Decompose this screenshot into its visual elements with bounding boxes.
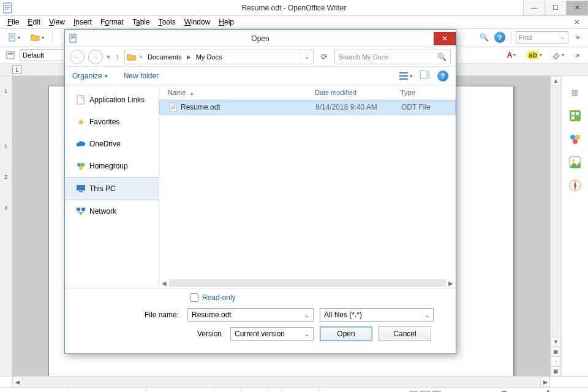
status-zoom-out[interactable]: ➖ — [446, 388, 464, 392]
nav-back-button[interactable]: ← — [70, 50, 85, 64]
filename-combo[interactable]: Resume.odt ⌄ — [187, 308, 314, 322]
scroll-down-button[interactable]: ▼ — [551, 337, 561, 347]
nav-next-button[interactable]: ▣ — [551, 366, 561, 376]
menu-insert[interactable]: Insert — [70, 17, 96, 27]
search-placeholder: Search My Docs — [339, 53, 388, 61]
nav-item-network[interactable]: Network — [65, 200, 159, 222]
nav-item-homegroup[interactable]: Homegroup — [65, 155, 159, 177]
sidebar-navigator-icon[interactable] — [567, 178, 583, 194]
status-language[interactable]: English (USA) — [147, 388, 214, 392]
open-doc-button[interactable] — [27, 31, 48, 44]
status-insert-mode[interactable]: INSRT — [214, 388, 242, 392]
nav-item-favorites[interactable]: ★ Favorites — [65, 111, 159, 133]
document-close-button[interactable]: × — [570, 17, 584, 27]
svg-point-9 — [573, 139, 578, 144]
window-minimize-button[interactable]: — — [523, 1, 545, 15]
refresh-button[interactable]: ⟳ — [317, 50, 331, 64]
svg-point-7 — [570, 135, 575, 140]
ruler-tab-indicator[interactable]: L — [12, 66, 22, 74]
open-button[interactable]: Open — [320, 326, 372, 341]
window-close-button[interactable]: ✕ — [566, 1, 588, 15]
column-type[interactable]: Type — [397, 89, 440, 96]
file-row[interactable]: Resume.odt 8/14/2018 9:40 AM ODT File — [159, 100, 456, 115]
horizontal-scrollbar[interactable]: ◀ ▶ — [12, 377, 550, 387]
find-combo[interactable]: Find ⌄ — [516, 31, 568, 43]
menu-window[interactable]: Window — [181, 17, 214, 27]
preview-pane-button[interactable] — [420, 70, 430, 81]
svg-point-8 — [575, 135, 580, 140]
toolbar-overflow-button[interactable]: » — [571, 31, 584, 44]
formatbar-overflow-button[interactable]: » — [571, 48, 584, 62]
menu-table[interactable]: Table — [129, 17, 154, 27]
search-input[interactable]: Search My Docs 🔍 — [334, 50, 451, 64]
window-maximize-button[interactable]: ☐ — [545, 1, 567, 15]
help-icon[interactable]: ? — [493, 31, 507, 44]
menu-format[interactable]: Format — [97, 17, 127, 27]
menu-view[interactable]: View — [45, 17, 69, 27]
sidebar-properties-icon[interactable] — [567, 108, 583, 124]
bgcolor-button[interactable] — [548, 48, 568, 62]
document-icon — [76, 95, 86, 105]
window-title: Resume.odt - OpenOffice Writer — [0, 4, 588, 12]
readonly-checkbox[interactable] — [190, 293, 198, 302]
breadcrumb-documents[interactable]: Documents — [144, 53, 186, 61]
highlight-button[interactable]: ab — [524, 48, 545, 62]
column-name[interactable]: Name▲ — [164, 89, 311, 96]
version-combo[interactable]: Current version ⌄ — [230, 327, 314, 341]
styles-button[interactable] — [4, 48, 17, 62]
new-folder-button[interactable]: New folder — [124, 72, 159, 80]
nav-forward-button[interactable]: → — [88, 50, 103, 64]
status-style[interactable]: Default — [67, 388, 147, 392]
svg-point-26 — [81, 163, 85, 167]
column-date[interactable]: Date modified — [311, 89, 397, 96]
file-list-hscroll[interactable]: ◀▶ — [159, 278, 456, 288]
breadcrumb-dropdown[interactable]: ⌄ — [300, 50, 313, 64]
nav-browse-button[interactable]: ◦ — [551, 356, 561, 366]
nav-prev-button[interactable]: ▣ — [551, 347, 561, 356]
status-zoom-in[interactable]: ➕ — [539, 388, 557, 392]
scroll-left-button[interactable]: ◀ — [12, 377, 22, 387]
status-page[interactable]: Page 1 / 1 — [0, 388, 67, 392]
status-view-layout[interactable] — [404, 388, 446, 392]
svg-rect-19 — [399, 72, 408, 74]
svg-rect-24 — [77, 96, 84, 104]
dialog-close-button[interactable]: ✕ — [434, 32, 456, 45]
vertical-scrollbar[interactable]: ▲ ▼ ▣ ◦ ▣ — [550, 76, 561, 376]
organize-button[interactable]: Organize — [72, 72, 108, 80]
menu-file[interactable]: File — [4, 17, 23, 27]
nav-item-onedrive[interactable]: OneDrive — [65, 133, 159, 155]
scroll-right-button[interactable]: ▶ — [540, 377, 550, 387]
menu-help[interactable]: Help — [215, 17, 238, 27]
network-icon — [76, 206, 86, 216]
dialog-titlebar: Open ✕ — [65, 30, 456, 47]
status-modified[interactable] — [266, 388, 282, 392]
breadcrumb-bar[interactable]: « Documents ▶ My Docs ⌄ — [124, 50, 314, 64]
dialog-help-button[interactable]: ? — [437, 70, 448, 81]
statusbar: Page 1 / 1 Default English (USA) INSRT S… — [0, 387, 588, 392]
readonly-label[interactable]: Read-only — [202, 293, 236, 302]
sidebar-styles-icon[interactable] — [567, 131, 583, 147]
menu-edit[interactable]: Edit — [24, 17, 44, 27]
status-signature[interactable] — [282, 388, 319, 392]
nav-up-button[interactable]: ↑ — [114, 52, 121, 62]
vertical-ruler[interactable]: 1 1 2 3 — [0, 76, 12, 376]
cancel-button[interactable]: Cancel — [379, 326, 431, 341]
breadcrumb-mydocs[interactable]: My Docs — [192, 53, 226, 61]
nav-item-application-links[interactable]: Application Links — [65, 89, 159, 111]
filetype-combo[interactable]: All files (*.*) ⌄ — [320, 308, 434, 322]
nav-item-this-pc[interactable]: This PC — [65, 177, 159, 200]
new-doc-button[interactable] — [4, 31, 24, 44]
status-zoom-value[interactable]: 100 % — [557, 388, 588, 392]
view-mode-button[interactable]: ▾ — [399, 72, 413, 80]
font-color-button[interactable]: A — [501, 48, 522, 62]
status-selection-mode[interactable]: STD — [242, 388, 266, 392]
sidebar-gallery-icon[interactable] — [567, 154, 583, 170]
filename-value: Resume.odt — [192, 311, 232, 319]
version-label: Version — [74, 330, 224, 338]
nav-label: OneDrive — [89, 140, 121, 148]
scroll-up-button[interactable]: ▲ — [551, 76, 561, 86]
search-icon[interactable]: 🔍 — [477, 31, 491, 44]
sidebar-toggle-icon[interactable]: ▥ — [567, 85, 583, 100]
menu-tools[interactable]: Tools — [155, 17, 179, 27]
find-placeholder: Find — [519, 34, 532, 41]
